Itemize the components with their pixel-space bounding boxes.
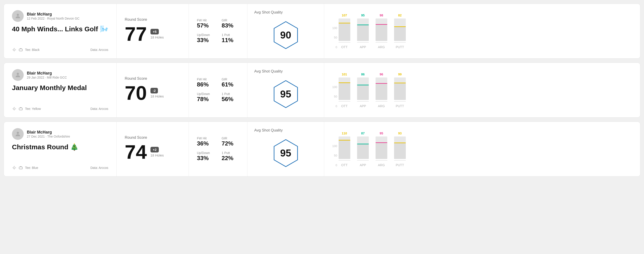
chart-col-putt: 82PUTT: [394, 13, 406, 49]
avatar: [12, 128, 24, 140]
tee-label: Tee: Yellow: [25, 107, 41, 111]
one-putt-label: 1 Putt: [222, 92, 239, 96]
user-info: Blair McHarg 12 Feb 2022 · Royal North D…: [12, 10, 108, 22]
y-0: 0: [336, 163, 337, 167]
hex-score: 95: [280, 89, 291, 100]
card-left-round3: Blair McHarg 27 Dec 2021 · The Oxfordshi…: [4, 122, 116, 176]
one-putt-label: 1 Putt: [222, 151, 239, 155]
fw-hit-stat: FW Hit 36%: [197, 136, 214, 147]
data-source: Data: Arccos: [90, 166, 108, 170]
bar-top-value: 98: [380, 13, 383, 17]
golf-bag-icon: [18, 107, 23, 111]
card-chart-round1: 100 50 0 107OTT95APP98ARG82PUTT: [324, 4, 640, 58]
round-card-round1: Blair McHarg 12 Feb 2022 · Royal North D…: [4, 3, 640, 59]
bar-label: APP: [360, 104, 366, 108]
y-50: 50: [334, 36, 337, 39]
updown-stat: Up/Down 33%: [197, 151, 214, 162]
round-card-round2: Blair McHarg 29 Jan 2022 · Mill Ride GCC…: [4, 63, 640, 118]
stats-grid: FW Hit 86% GIR 61% Up/Down 78% 1 Putt 56…: [197, 77, 239, 103]
one-putt-stat: 1 Putt 11%: [222, 33, 239, 44]
gir-label: GIR: [222, 77, 239, 81]
bar-label: ARG: [378, 163, 385, 167]
bar-label: APP: [360, 163, 366, 167]
bar-top-value: 93: [398, 131, 402, 135]
one-putt-label: 1 Putt: [222, 33, 239, 37]
card-quality-round1: Avg Shot Quality 90: [248, 4, 324, 58]
bar-label: PUTT: [396, 163, 404, 167]
chart-col-app: 87APP: [357, 131, 369, 167]
fw-hit-stat: FW Hit 86%: [197, 77, 214, 88]
card-quality-round2: Avg Shot Quality 95: [248, 63, 324, 117]
one-putt-stat: 1 Putt 22%: [222, 151, 239, 162]
card-chart-round2: 100 50 0 101OTT86APP96ARG99PUTT: [324, 63, 640, 117]
bar-top-value: 95: [380, 131, 383, 135]
card-stats-round3: FW Hit 36% GIR 72% Up/Down 33% 1 Putt 22…: [189, 122, 248, 176]
data-source: Data: Arccos: [90, 48, 108, 52]
fw-hit-value: 57%: [197, 22, 214, 29]
svg-point-6: [17, 132, 19, 134]
fw-hit-value: 36%: [197, 140, 214, 147]
score-row: 70 -2 18 Holes: [125, 83, 180, 103]
user-name: Blair McHarg: [27, 71, 67, 76]
gir-value: 72%: [222, 140, 239, 147]
big-score: 77: [125, 24, 147, 44]
gir-label: GIR: [222, 136, 239, 140]
score-row: 74 +2 18 Holes: [125, 142, 180, 162]
user-info: Blair McHarg 29 Jan 2022 · Mill Ride GCC: [12, 69, 108, 81]
updown-stat: Up/Down 33%: [197, 33, 214, 44]
data-source: Data: Arccos: [90, 107, 108, 111]
bar-label: PUTT: [396, 45, 404, 49]
svg-point-1: [13, 49, 15, 51]
y-0: 0: [336, 105, 337, 108]
user-date: 29 Jan 2022 · Mill Ride GCC: [27, 76, 67, 79]
one-putt-stat: 1 Putt 56%: [222, 92, 239, 103]
chart-col-arg: 98ARG: [376, 13, 387, 49]
round-card-round3: Blair McHarg 27 Dec 2021 · The Oxfordshi…: [4, 122, 640, 177]
user-date: 12 Feb 2022 · Royal North Devon GC: [27, 17, 80, 20]
user-info: Blair McHarg 27 Dec 2021 · The Oxfordshi…: [12, 128, 108, 140]
chart-col-ott: 110OTT: [338, 131, 350, 167]
bar-top-value: 107: [342, 13, 347, 17]
svg-rect-2: [19, 49, 22, 51]
quality-label: Avg Shot Quality: [254, 128, 283, 133]
bar-label: OTT: [341, 104, 348, 108]
card-score-round3: Round Score 74 +2 18 Holes: [116, 122, 189, 176]
tee-info: Tee: Yellow: [12, 107, 41, 111]
bar-top-value: 95: [361, 13, 365, 17]
y-100: 100: [332, 144, 337, 148]
bar-top-value: 82: [398, 13, 402, 17]
holes-label: 18 Holes: [150, 94, 164, 98]
card-stats-round1: FW Hit 57% GIR 83% Up/Down 33% 1 Putt 11…: [189, 4, 248, 58]
card-footer: Tee: Black Data: Arccos: [12, 47, 108, 52]
svg-point-4: [13, 108, 15, 110]
round-score-label: Round Score: [125, 76, 180, 81]
fw-hit-stat: FW Hit 57%: [197, 18, 214, 29]
gir-label: GIR: [222, 18, 239, 22]
gir-stat: GIR 61%: [222, 77, 239, 88]
bar-label: PUTT: [396, 104, 404, 108]
chart-col-app: 86APP: [357, 73, 369, 108]
hex-score: 95: [280, 147, 291, 159]
score-badge: +2: [150, 147, 159, 152]
round-title: Christmas Round 🎄: [12, 143, 108, 151]
one-putt-value: 56%: [222, 96, 239, 103]
score-badge: +5: [150, 29, 159, 34]
card-footer: Tee: Yellow Data: Arccos: [12, 107, 108, 111]
gir-value: 61%: [222, 81, 239, 88]
bar-label: OTT: [341, 45, 348, 49]
golf-bag-icon: [18, 166, 23, 170]
round-score-label: Round Score: [125, 135, 180, 140]
gir-stat: GIR 72%: [222, 136, 239, 147]
hexagon: 95: [271, 136, 300, 170]
svg-rect-5: [19, 108, 22, 110]
fw-hit-value: 86%: [197, 81, 214, 88]
card-score-round1: Round Score 77 +5 18 Holes: [116, 4, 189, 58]
big-score: 70: [125, 83, 147, 103]
chart-col-arg: 96ARG: [376, 73, 387, 108]
fw-hit-label: FW Hit: [197, 136, 214, 140]
weather-icon: [12, 47, 16, 52]
y-100: 100: [332, 85, 337, 89]
bar-top-value: 86: [361, 73, 365, 76]
fw-hit-label: FW Hit: [197, 18, 214, 22]
updown-label: Up/Down: [197, 92, 214, 96]
